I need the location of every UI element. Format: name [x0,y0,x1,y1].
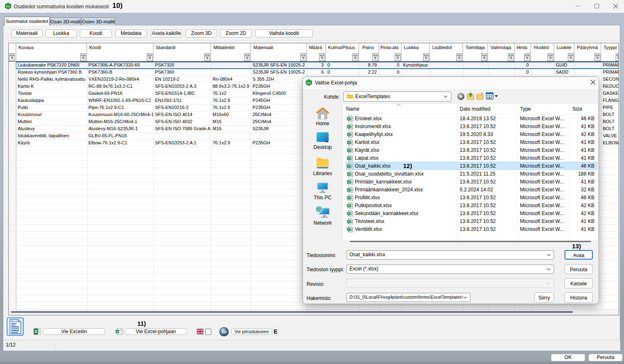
svg-text:X: X [348,133,350,136]
svg-text:X: X [348,228,350,231]
svg-text:2D: 2D [221,329,226,334]
svg-text:X: X [348,220,350,223]
svg-text:X: X [348,196,350,200]
svg-text:Plant: Plant [6,5,10,7]
svg-text:X: X [348,172,350,176]
svg-text:PART LIST: PART LIST [11,321,19,322]
svg-text:X: X [116,330,118,334]
svg-text:X: X [348,212,350,215]
svg-text:X: X [348,164,350,168]
svg-text:X: X [348,149,350,152]
svg-text:X: X [348,117,350,121]
svg-text:X: X [34,329,37,334]
svg-text:X: X [348,141,350,144]
svg-text:X: X [348,204,350,208]
svg-text:X: X [348,180,350,184]
svg-text:X: X [348,156,350,160]
svg-text:X: X [348,125,350,129]
svg-text:X: X [348,188,350,192]
svg-text:Plant: Plant [307,82,311,84]
